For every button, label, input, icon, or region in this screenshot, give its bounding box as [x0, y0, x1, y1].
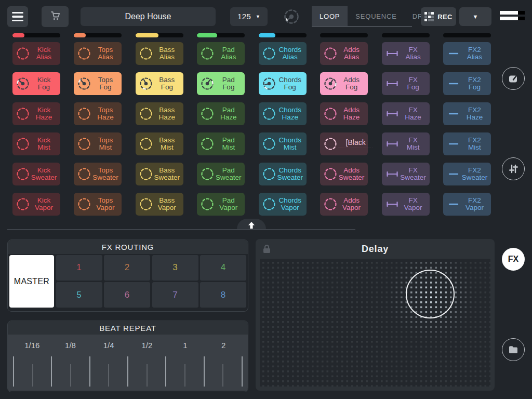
pad-bass-sweater[interactable]: BassSweater	[136, 163, 183, 185]
fx-routing-slot-2[interactable]: 2	[104, 255, 150, 281]
loop-icon	[261, 76, 277, 91]
pad-pad-vapor[interactable]: PadVapor	[197, 193, 245, 216]
pad-fx2-sweater[interactable]: FX2Sweater	[443, 163, 491, 185]
drawer-handle-button[interactable]	[237, 219, 266, 229]
pad-fx-haze[interactable]: FXHaze	[382, 102, 430, 125]
pad-tops-alias[interactable]: TopsAlias	[74, 42, 122, 65]
line-icon	[446, 166, 461, 182]
pad-label: AddsHaze	[338, 107, 365, 122]
ruler-tick	[32, 364, 33, 387]
fx-routing-slot-4[interactable]: 4	[200, 255, 246, 281]
beat-label-1: 1	[166, 341, 205, 350]
pad-chords-fog[interactable]: ChordsFog	[259, 72, 307, 95]
fx-button[interactable]: FX	[502, 248, 525, 271]
pad-tops-vapor[interactable]: TopsVapor	[74, 193, 122, 216]
pad-pad-alias[interactable]: PadAlias	[197, 42, 245, 65]
project-title[interactable]: Deep House	[81, 7, 216, 26]
fx-routing-slot-1[interactable]: 1	[56, 255, 102, 281]
pad-fx2-fog[interactable]: FX2Fog	[443, 72, 491, 95]
pad-label: BassMist	[154, 137, 180, 152]
pad-fx2-mist[interactable]: FX2Mist	[443, 132, 491, 155]
record-options-dropdown[interactable]: ▼	[459, 7, 491, 26]
pad-fx-alias[interactable]: FXAlias	[382, 42, 430, 65]
store-cart-button[interactable]	[42, 6, 69, 27]
loop-icon	[138, 136, 154, 152]
pad-fx2-vapor[interactable]: FX2Vapor	[443, 193, 491, 216]
fx-routing-slot-8[interactable]: 8	[200, 282, 246, 308]
edit-button[interactable]	[502, 67, 525, 90]
pad-bass-haze[interactable]: BassHaze	[136, 102, 183, 125]
pad-kick-haze[interactable]: KickHaze	[12, 102, 60, 125]
pad-adds-haze[interactable]: AddsHaze	[320, 102, 368, 125]
metronome-knob[interactable]	[282, 7, 301, 26]
progress-strip-fx	[382, 33, 430, 37]
pad-chords-vapor[interactable]: ChordsVapor	[259, 193, 307, 216]
pad-fx2-haze[interactable]: FX2Haze	[443, 102, 491, 125]
pad-kick-fog[interactable]: KickFog	[12, 72, 60, 95]
tab-sequence[interactable]: SEQUENCE	[348, 6, 404, 26]
pad-label: FXFog	[400, 76, 427, 91]
pad-fx-fog[interactable]: FXFog	[382, 72, 430, 95]
column-fx: FXAlias FXFog FXHaze FXMist FXSweater FX…	[382, 33, 430, 223]
lock-icon[interactable]	[262, 244, 271, 256]
ruler-tick	[222, 364, 223, 387]
record-button[interactable]: REC	[421, 7, 456, 26]
fx-routing-slot-6[interactable]: 6	[104, 282, 150, 308]
bpm-selector[interactable]: 125 ▼	[230, 7, 268, 26]
fx-routing-slot-5[interactable]: 5	[56, 282, 102, 308]
pad-pad-fog[interactable]: PadFog	[197, 72, 245, 95]
pad-chords-haze[interactable]: ChordsHaze	[259, 102, 307, 125]
pad-fx-sweater[interactable]: FXSweater	[382, 163, 430, 185]
browser-button[interactable]	[502, 338, 525, 361]
pad-fx2-alias[interactable]: FX2Alias	[443, 42, 491, 65]
pad-fx-mist[interactable]: FXMist	[382, 132, 430, 155]
pad-label: FX2Alias	[461, 46, 488, 61]
column-bass: BassAliasBassFogBassHazeBassMistBassSwea…	[136, 33, 183, 223]
loop-icon	[323, 196, 338, 212]
cart-icon	[48, 9, 62, 24]
pad-bass-fog[interactable]: BassFog	[136, 72, 183, 95]
progress-strip-fx2	[443, 33, 491, 37]
pad-tops-haze[interactable]: TopsHaze	[74, 102, 122, 125]
pad-bass-mist[interactable]: BassMist	[136, 132, 183, 155]
master-routing-button[interactable]: MASTER	[9, 255, 54, 308]
fx-delay-panel: Delay	[256, 239, 495, 391]
pad-kick-vapor[interactable]: KickVapor	[12, 193, 60, 216]
hamburger-menu-button[interactable]	[7, 6, 28, 27]
tab-loop[interactable]: LOOP	[312, 6, 348, 26]
levels-icon	[500, 11, 525, 15]
fx-routing-slot-3[interactable]: 3	[152, 255, 198, 281]
loop-icon	[200, 196, 215, 212]
pad-tops-sweater[interactable]: TopsSweater	[74, 163, 122, 185]
pad-label: [Black·········· ·············· ········…	[338, 139, 373, 149]
pad-adds-sweater[interactable]: AddsSweater	[320, 163, 368, 185]
pad-pad-sweater[interactable]: PadSweater	[197, 163, 245, 185]
fx-routing-slot-7[interactable]: 7	[152, 282, 198, 308]
pad-kick-mist[interactable]: KickMist	[12, 132, 60, 155]
loop-icon	[323, 136, 338, 152]
pad-kick-sweater[interactable]: KickSweater	[12, 163, 60, 185]
pad-kick-alias[interactable]: KickAlias	[12, 42, 60, 65]
mixer-button[interactable]	[502, 157, 525, 180]
pad-adds-vapor[interactable]: AddsVapor	[320, 193, 368, 216]
delay-xy-pad[interactable]	[260, 259, 490, 387]
pad-pad-mist[interactable]: PadMist	[197, 132, 245, 155]
beat-repeat-strip[interactable]: 1/161/81/41/212	[8, 335, 248, 391]
pad-tops-mist[interactable]: TopsMist	[74, 132, 122, 155]
pad-pad-haze[interactable]: PadHaze	[197, 102, 245, 125]
pad-chords-alias[interactable]: ChordsAlias	[259, 42, 307, 65]
pad-label: FX2Fog	[461, 76, 488, 91]
pad-fx-vapor[interactable]: FXVapor	[382, 193, 430, 216]
output-levels-button[interactable]	[500, 11, 525, 20]
xy-touch-ring[interactable]	[406, 270, 455, 318]
pad-tops-fog[interactable]: TopsFog	[74, 72, 122, 95]
pad-adds-mist[interactable]: [Black·········· ·············· ········…	[320, 132, 368, 155]
loop-icon	[200, 136, 215, 152]
pad-bass-vapor[interactable]: BassVapor	[136, 193, 183, 216]
pad-chords-sweater[interactable]: ChordsSweater	[259, 163, 307, 185]
pad-adds-fog[interactable]: AddsFog	[320, 72, 368, 95]
pad-chords-mist[interactable]: ChordsMist	[259, 132, 307, 155]
pad-bass-alias[interactable]: BassAlias	[136, 42, 183, 65]
pad-adds-alias[interactable]: AddsAlias	[320, 42, 368, 65]
ruler-tick	[108, 364, 109, 387]
